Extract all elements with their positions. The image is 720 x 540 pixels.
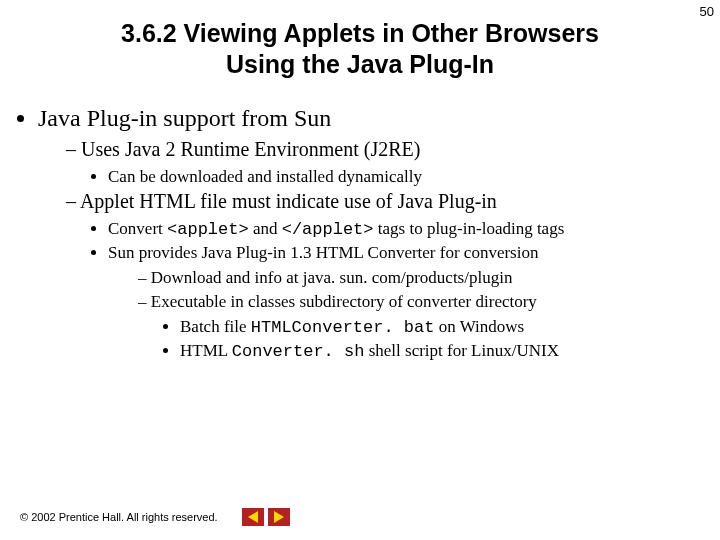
bullet-l4: Download and info at java. sun. com/prod… — [138, 267, 720, 288]
bullet-text: Convert — [108, 219, 167, 238]
code-bat-file: HTMLConverter. bat — [251, 318, 435, 337]
next-slide-button[interactable] — [268, 508, 290, 526]
bullet-l4: Executable in classes subdirectory of co… — [138, 291, 720, 363]
code-sh-file: Converter. sh — [232, 342, 365, 361]
bullet-text: Java Plug-in support from Sun — [38, 105, 331, 131]
nav-arrows — [242, 508, 290, 526]
bullet-list: Java Plug-in support from Sun Uses Java … — [38, 103, 720, 363]
page-number: 50 — [700, 4, 714, 19]
arrow-right-icon — [274, 511, 284, 523]
bullet-text: shell script for Linux/UNIX — [364, 341, 559, 360]
bullet-text: Can be downloaded and installed dynamica… — [108, 167, 422, 186]
bullet-text: on Windows — [434, 317, 524, 336]
bullet-l3: Convert <applet> and </applet> tags to p… — [108, 218, 720, 240]
title-line-2: Using the Java Plug-In — [226, 50, 494, 78]
bullet-l2: Applet HTML file must indicate use of Ja… — [66, 189, 720, 363]
bullet-text: tags to plug-in-loading tags — [374, 219, 565, 238]
bullet-text: Executable in classes subdirectory of co… — [151, 292, 537, 311]
code-applet-open: <applet> — [167, 220, 249, 239]
footer: © 2002 Prentice Hall. All rights reserve… — [20, 508, 290, 526]
bullet-text: and — [249, 219, 282, 238]
arrow-left-icon — [248, 511, 258, 523]
bullet-l3: Can be downloaded and installed dynamica… — [108, 166, 720, 187]
title-line-1: 3.6.2 Viewing Applets in Other Browsers — [121, 19, 599, 47]
slide-title: 3.6.2 Viewing Applets in Other Browsers … — [70, 18, 650, 81]
bullet-l3: Sun provides Java Plug-in 1.3 HTML Conve… — [108, 242, 720, 362]
bullet-text: Applet HTML file must indicate use of Ja… — [80, 190, 497, 212]
bullet-l2: Uses Java 2 Runtime Environment (J2RE) C… — [66, 137, 720, 187]
bullet-text: Uses Java 2 Runtime Environment (J2RE) — [81, 138, 420, 160]
bullet-l1: Java Plug-in support from Sun Uses Java … — [38, 103, 720, 363]
bullet-text: HTML — [180, 341, 232, 360]
bullet-text: Download and info at java. sun. com/prod… — [151, 268, 513, 287]
code-applet-close: </applet> — [282, 220, 374, 239]
copyright-text: © 2002 Prentice Hall. All rights reserve… — [20, 511, 218, 523]
bullet-l5: Batch file HTMLConverter. bat on Windows — [180, 316, 720, 338]
bullet-text: Batch file — [180, 317, 251, 336]
prev-slide-button[interactable] — [242, 508, 264, 526]
bullet-text: Sun provides Java Plug-in 1.3 HTML Conve… — [108, 243, 538, 262]
bullet-l5: HTML Converter. sh shell script for Linu… — [180, 340, 720, 362]
